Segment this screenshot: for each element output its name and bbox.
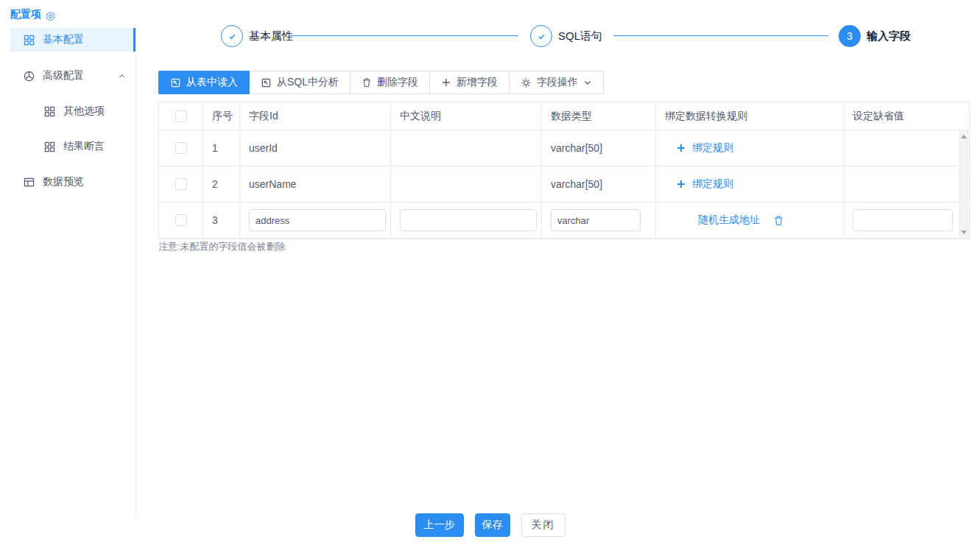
row-no: 3 bbox=[203, 203, 240, 239]
desc-input[interactable] bbox=[400, 209, 537, 231]
col-header-default: 设定缺省值 bbox=[844, 102, 969, 130]
target-icon: ◎ bbox=[46, 10, 55, 21]
sidebar-item-label: 高级配置 bbox=[43, 69, 84, 82]
sidebar-divider bbox=[135, 26, 136, 518]
plus-icon bbox=[677, 144, 685, 152]
table-row-editable: 3 随机生成地址 bbox=[159, 203, 969, 239]
field-toolbar: 从表中读入 从SQL中分析 删除字段 新增字段 字段操作 bbox=[158, 71, 604, 94]
sidebar-item-label: 其他选项 bbox=[63, 105, 105, 118]
fields-table: 序号 字段Id 中文说明 数据类型 绑定数据转换规则 设定缺省值 1 userI… bbox=[158, 102, 970, 239]
data-type-value: varchar[50] bbox=[542, 130, 656, 166]
table-scrollbar[interactable] bbox=[959, 130, 968, 239]
default-value-input[interactable] bbox=[853, 209, 953, 231]
col-header-rule: 绑定数据转换规则 bbox=[656, 102, 844, 130]
plus-icon bbox=[441, 77, 451, 88]
step-1-circle bbox=[221, 25, 243, 47]
row-checkbox[interactable] bbox=[175, 214, 187, 226]
table-row: 2 userName varchar[50] 绑定规则 bbox=[159, 166, 969, 203]
step-3-label: 输入字段 bbox=[867, 25, 911, 47]
bind-rule-link[interactable]: 绑定规则 bbox=[677, 177, 733, 191]
step-2-circle bbox=[530, 25, 552, 47]
data-type-input[interactable] bbox=[551, 209, 641, 231]
table-header-row: 序号 字段Id 中文说明 数据类型 绑定数据转换规则 设定缺省值 bbox=[159, 102, 969, 130]
col-header-no: 序号 bbox=[203, 102, 240, 130]
trash-icon bbox=[773, 215, 784, 226]
sidebar-item-other-options[interactable]: 其他选项 bbox=[10, 99, 136, 123]
field-operations-button[interactable]: 字段操作 bbox=[509, 71, 604, 94]
data-type-value: varchar[50] bbox=[542, 166, 656, 203]
select-all-checkbox[interactable] bbox=[175, 110, 187, 122]
sidebar-title-text: 配置项 bbox=[10, 8, 41, 21]
sidebar-title: 配置项 ◎ bbox=[10, 8, 55, 21]
sidebar-item-label: 结果断言 bbox=[63, 140, 105, 153]
footer-actions: 上一步 保存 关闭 bbox=[0, 513, 980, 537]
caret-up-icon[interactable] bbox=[118, 72, 126, 80]
col-header-field-id: 字段Id bbox=[240, 102, 391, 130]
desc-value bbox=[391, 166, 542, 203]
import-table-icon bbox=[261, 77, 272, 88]
previous-step-button[interactable]: 上一步 bbox=[415, 513, 464, 537]
sidebar: 配置项 ◎ 基本配置 高级配置 其他选项 结果断言 数据预览 bbox=[0, 0, 136, 545]
row-checkbox[interactable] bbox=[175, 178, 187, 190]
row-no: 2 bbox=[203, 166, 240, 203]
cube-icon bbox=[24, 71, 35, 82]
remove-rule-button[interactable] bbox=[773, 215, 784, 226]
table-preview-icon bbox=[24, 177, 35, 188]
desc-value bbox=[391, 130, 542, 166]
check-icon bbox=[536, 31, 547, 42]
grid-icon bbox=[44, 141, 55, 152]
check-icon bbox=[227, 31, 238, 42]
default-value bbox=[844, 166, 969, 203]
scroll-down-icon[interactable] bbox=[961, 231, 967, 234]
warning-note: 注意:未配置的字段值会被删除 bbox=[158, 240, 286, 253]
chevron-down-icon bbox=[583, 78, 592, 87]
scroll-up-icon[interactable] bbox=[961, 135, 967, 138]
import-table-icon bbox=[170, 77, 181, 88]
field-id-value: userName bbox=[240, 166, 391, 203]
grid-icon bbox=[44, 106, 55, 117]
plus-icon bbox=[677, 180, 685, 189]
sidebar-item-advanced-config[interactable]: 高级配置 bbox=[10, 64, 136, 88]
sidebar-item-result-assert[interactable]: 结果断言 bbox=[10, 135, 136, 158]
delete-field-button[interactable]: 删除字段 bbox=[350, 71, 430, 94]
row-checkbox[interactable] bbox=[175, 142, 187, 154]
random-address-rule-link[interactable]: 随机生成地址 bbox=[698, 214, 760, 227]
parse-from-sql-button[interactable]: 从SQL中分析 bbox=[249, 71, 350, 94]
sidebar-item-basic-config[interactable]: 基本配置 bbox=[10, 28, 136, 52]
sidebar-item-label: 数据预览 bbox=[43, 175, 84, 189]
col-header-desc: 中文说明 bbox=[391, 102, 542, 130]
step-3-circle: 3 bbox=[839, 25, 861, 47]
step-3-number: 3 bbox=[847, 30, 853, 42]
bind-rule-link[interactable]: 绑定规则 bbox=[677, 141, 733, 155]
sidebar-item-data-preview[interactable]: 数据预览 bbox=[10, 170, 136, 194]
trash-icon bbox=[362, 77, 372, 88]
step-2-label: SQL语句 bbox=[558, 25, 602, 47]
default-value bbox=[844, 130, 969, 166]
grid-icon bbox=[24, 35, 35, 46]
row-no: 1 bbox=[203, 130, 240, 166]
step-connector bbox=[290, 35, 518, 36]
add-field-button[interactable]: 新增字段 bbox=[429, 71, 510, 94]
step-1-label: 基本属性 bbox=[249, 25, 293, 47]
field-id-input[interactable] bbox=[249, 209, 386, 231]
read-from-table-button[interactable]: 从表中读入 bbox=[158, 71, 250, 94]
gear-icon bbox=[521, 77, 532, 88]
close-button[interactable]: 关闭 bbox=[521, 513, 565, 537]
table-row: 1 userId varchar[50] 绑定规则 bbox=[159, 130, 969, 166]
step-connector bbox=[613, 35, 828, 36]
field-id-value: userId bbox=[240, 130, 391, 166]
save-button[interactable]: 保存 bbox=[475, 513, 510, 537]
sidebar-item-label: 基本配置 bbox=[43, 33, 84, 46]
col-header-data-type: 数据类型 bbox=[542, 102, 656, 130]
